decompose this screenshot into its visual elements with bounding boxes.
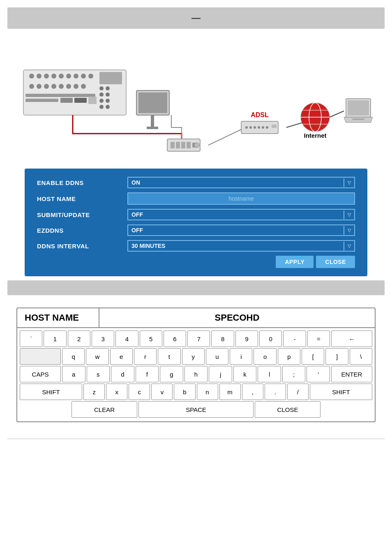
svg-point-5 — [59, 74, 64, 79]
ddns-apply-button[interactable]: APPLY — [276, 256, 314, 268]
key-n[interactable]: n — [197, 384, 218, 400]
key-f[interactable]: f — [136, 366, 159, 382]
svg-text:ADSL: ADSL — [251, 111, 269, 118]
key-u[interactable]: u — [206, 348, 228, 365]
ddns-ezddns-arrow[interactable]: ▽ — [344, 226, 354, 235]
key-r[interactable]: r — [134, 348, 157, 365]
network-diagram: IP Router or HUB ADSL Internet — [7, 41, 385, 156]
key-x[interactable]: x — [106, 384, 127, 400]
key-caps[interactable]: CAPS — [20, 366, 61, 382]
svg-point-25 — [106, 86, 110, 90]
ddns-button-row: APPLY CLOSE — [37, 256, 355, 268]
key-clear[interactable]: CLEAR — [71, 401, 137, 418]
ddns-enable-label: ENABLE DDNS — [37, 179, 127, 186]
key-comma[interactable]: , — [242, 384, 263, 400]
key-b[interactable]: b — [174, 384, 195, 400]
ddns-ezddns-select[interactable]: OFF ▽ — [127, 224, 355, 236]
ddns-submit-arrow[interactable]: ▽ — [344, 210, 354, 219]
key-a[interactable]: a — [62, 366, 85, 382]
key-c[interactable]: c — [129, 384, 150, 400]
svg-point-6 — [66, 74, 71, 79]
keyboard-rows: ` 1 2 3 4 5 6 7 8 9 0 - = ← q w e r t y … — [17, 328, 375, 421]
svg-point-13 — [44, 84, 49, 89]
ddns-interval-arrow[interactable]: ▽ — [344, 242, 354, 250]
key-6[interactable]: 6 — [164, 331, 186, 347]
ddns-enable-input[interactable]: ON ▽ — [127, 177, 355, 188]
key-1[interactable]: 1 — [44, 331, 66, 347]
key-9[interactable]: 9 — [235, 331, 258, 347]
svg-point-30 — [99, 105, 104, 109]
key-s[interactable]: s — [87, 366, 110, 382]
key-e[interactable]: e — [110, 348, 133, 365]
ddns-interval-input[interactable]: 30 MINUTES ▽ — [127, 240, 355, 252]
key-g[interactable]: g — [160, 366, 183, 382]
ddns-interval-row: DDNS INTERVAL 30 MINUTES ▽ — [37, 240, 355, 252]
key-backslash[interactable]: \ — [350, 348, 372, 365]
svg-point-49 — [262, 126, 264, 129]
bottom-gray-bar — [7, 280, 385, 295]
key-h[interactable]: h — [184, 366, 208, 382]
key-equals[interactable]: = — [307, 331, 330, 347]
key-backtick[interactable]: ` — [20, 331, 42, 347]
svg-point-7 — [74, 74, 78, 79]
ddns-enable-select[interactable]: ON ▽ — [127, 177, 355, 188]
ddns-interval-label: DDNS INTERVAL — [37, 243, 127, 250]
key-shift-right[interactable]: SHIFT — [310, 384, 372, 400]
key-o[interactable]: o — [254, 348, 276, 365]
key-w[interactable]: w — [86, 348, 108, 365]
key-d[interactable]: d — [111, 366, 134, 382]
key-k[interactable]: k — [233, 366, 257, 382]
key-z[interactable]: z — [83, 384, 105, 400]
key-q[interactable]: q — [62, 348, 85, 365]
key-quote[interactable]: ' — [307, 366, 330, 382]
key-shift-left[interactable]: SHIFT — [20, 384, 82, 400]
key-backspace[interactable]: ← — [331, 331, 372, 347]
svg-rect-19 — [25, 94, 95, 97]
top-header-bar: — — [7, 7, 385, 29]
svg-point-47 — [254, 126, 256, 129]
key-minus[interactable]: - — [283, 331, 306, 347]
key-l[interactable]: l — [258, 366, 281, 382]
key-semicolon[interactable]: ; — [282, 366, 306, 382]
key-7[interactable]: 7 — [187, 331, 210, 347]
key-2[interactable]: 2 — [68, 331, 90, 347]
key-slash[interactable]: / — [287, 384, 309, 400]
svg-rect-22 — [74, 98, 87, 103]
keyboard-header: HOST NAME SPECOHD — [17, 308, 375, 328]
key-period[interactable]: . — [265, 384, 286, 400]
key-0[interactable]: 0 — [259, 331, 282, 347]
ddns-ezddns-input[interactable]: OFF ▽ — [127, 224, 355, 236]
key-m[interactable]: m — [219, 384, 241, 400]
key-t[interactable]: t — [158, 348, 180, 365]
keyboard-row-1: ` 1 2 3 4 5 6 7 8 9 0 - = ← — [20, 331, 372, 347]
key-5[interactable]: 5 — [140, 331, 162, 347]
ddns-submit-select[interactable]: OFF ▽ — [127, 209, 355, 220]
ddns-panel: ENABLE DDNS ON ▽ HOST NAME hostname SUBM… — [25, 169, 367, 276]
keyboard-row-5: CLEAR SPACE CLOSE — [20, 401, 372, 418]
key-rbracket[interactable]: ] — [325, 348, 348, 365]
ddns-hostname-value[interactable]: hostname — [127, 192, 355, 205]
svg-point-1 — [29, 74, 34, 79]
key-lbracket[interactable]: [ — [302, 348, 324, 365]
ddns-interval-select[interactable]: 30 MINUTES ▽ — [127, 240, 355, 252]
key-y[interactable]: y — [182, 348, 205, 365]
keyboard-close-button[interactable]: CLOSE — [255, 401, 321, 418]
ddns-hostname-input[interactable]: hostname — [127, 192, 355, 205]
ddns-submit-input[interactable]: OFF ▽ — [127, 209, 355, 220]
key-4[interactable]: 4 — [115, 331, 138, 347]
key-v[interactable]: v — [151, 384, 173, 400]
svg-point-24 — [99, 86, 104, 90]
key-p[interactable]: p — [278, 348, 300, 365]
svg-rect-35 — [138, 92, 167, 113]
key-space[interactable]: SPACE — [138, 401, 254, 418]
key-j[interactable]: j — [209, 366, 232, 382]
key-3[interactable]: 3 — [92, 331, 114, 347]
key-i[interactable]: i — [230, 348, 252, 365]
key-enter[interactable]: ENTER — [331, 366, 372, 382]
keyboard-section: HOST NAME SPECOHD ` 1 2 3 4 5 6 7 8 9 0 … — [16, 308, 376, 422]
ddns-close-button[interactable]: CLOSE — [316, 256, 355, 268]
ddns-ezddns-label: EZDDNS — [37, 227, 127, 234]
ddns-enable-arrow[interactable]: ▽ — [344, 178, 354, 187]
svg-line-60 — [330, 111, 344, 117]
key-8[interactable]: 8 — [211, 331, 234, 347]
